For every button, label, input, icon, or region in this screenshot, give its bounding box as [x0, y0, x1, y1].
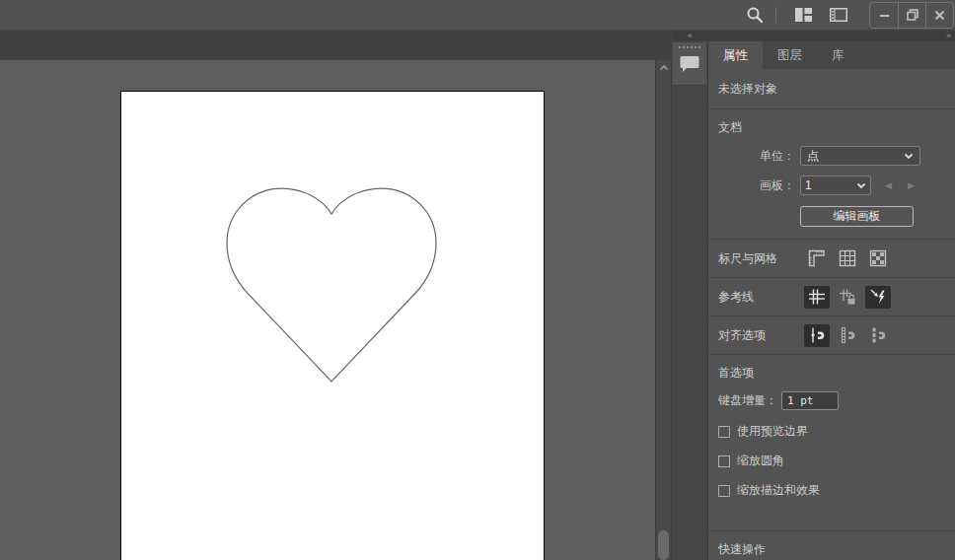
panel-body: 未选择对象 文档 单位： 点 画板： 1: [708, 69, 955, 560]
snap-to-pixel-icon[interactable]: [865, 324, 891, 347]
tab-layers[interactable]: 图层: [763, 41, 817, 69]
comment-panel-button[interactable]: [673, 42, 706, 86]
edit-artboards-button[interactable]: 编辑画板: [800, 206, 914, 227]
artboard-label: 画板：: [718, 177, 795, 194]
rulers-grids-label: 标尺与网格: [718, 250, 804, 267]
ruler-corner-icon[interactable]: [804, 247, 830, 270]
keyboard-increment-label: 键盘增量：: [718, 392, 777, 409]
window-controls: [869, 2, 954, 29]
use-preview-bounds-label: 使用预览边界: [737, 423, 808, 440]
grid-icon[interactable]: [835, 247, 860, 270]
quick-actions-title: 快速操作: [718, 541, 945, 558]
comment-bubble-icon: [678, 51, 701, 75]
scroll-up-arrow-icon[interactable]: [656, 63, 671, 72]
application-bar: [0, 0, 955, 31]
artboard-value: 1: [805, 178, 856, 192]
preferences-section-title: 首选项: [718, 365, 945, 382]
checkbox-row: 缩放描边和效果: [718, 482, 945, 499]
guides-row: 参考线: [708, 278, 955, 315]
artboard-dropdown[interactable]: 1: [800, 175, 871, 195]
next-artboard-button[interactable]: ▶: [908, 180, 915, 190]
keyboard-increment-input[interactable]: [781, 391, 839, 410]
tab-properties[interactable]: 属性: [708, 41, 763, 69]
artboard-nav: ◀ ▶: [885, 180, 915, 190]
close-button[interactable]: [925, 3, 953, 28]
main-area: « » 属性 图层 库 未选择对象 文档: [0, 31, 955, 560]
dock-empty-area: [672, 87, 707, 560]
collapse-dock-button[interactable]: «: [672, 31, 707, 41]
selection-status: 未选择对象: [708, 69, 955, 108]
heart-shape[interactable]: [226, 187, 437, 383]
restore-button[interactable]: [898, 3, 925, 28]
rulers-grids-row: 标尺与网格: [708, 240, 955, 277]
quick-actions-section: 快速操作 文档设置 首选项: [708, 531, 955, 560]
scale-corners-label: 缩放圆角: [737, 453, 784, 469]
use-preview-bounds-checkbox[interactable]: [718, 426, 730, 438]
scale-strokes-effects-label: 缩放描边和效果: [737, 482, 820, 499]
properties-panel: » 属性 图层 库 未选择对象 文档 单位： 点: [708, 31, 955, 560]
units-value: 点: [807, 148, 904, 165]
checkbox-row: 缩放圆角: [718, 453, 945, 469]
dock-grip: [679, 46, 700, 48]
expand-panel-button[interactable]: »: [708, 31, 955, 41]
minimize-button[interactable]: [870, 3, 898, 28]
canvas[interactable]: [0, 60, 655, 560]
snap-options-row: 对齐选项: [708, 316, 955, 354]
show-guides-icon[interactable]: [804, 286, 830, 309]
lock-guides-icon[interactable]: [835, 286, 860, 309]
vertical-scrollbar[interactable]: [655, 60, 672, 560]
canvas-column: [0, 31, 672, 560]
panel-dock: «: [672, 31, 708, 560]
chevron-down-icon: [904, 153, 914, 160]
illustrator-window: « » 属性 图层 库 未选择对象 文档: [0, 0, 955, 560]
units-label: 单位：: [718, 148, 795, 165]
units-dropdown[interactable]: 点: [800, 146, 920, 166]
workspace-switcher-icon[interactable]: [790, 2, 816, 28]
artboard-row: 画板： 1 ◀ ▶: [718, 175, 945, 195]
snap-to-grid-icon[interactable]: [835, 324, 860, 347]
tab-libraries[interactable]: 库: [817, 41, 859, 69]
document-section: 文档 单位： 点 画板： 1: [708, 109, 955, 227]
guides-label: 参考线: [718, 289, 804, 306]
document-section-title: 文档: [718, 119, 945, 136]
smart-guides-icon[interactable]: [865, 286, 891, 309]
preferences-section: 首选项 键盘增量： 使用预览边界 缩放圆角 缩: [708, 355, 955, 517]
scrollbar-thumb[interactable]: [658, 530, 669, 560]
transparency-grid-icon[interactable]: [865, 247, 891, 270]
prev-artboard-button[interactable]: ◀: [885, 180, 892, 190]
snap-to-point-icon[interactable]: [804, 324, 830, 347]
snap-options-label: 对齐选项: [718, 327, 804, 344]
search-icon[interactable]: [742, 2, 768, 28]
document-tab-bar[interactable]: [0, 31, 672, 60]
checkbox-row: 使用预览边界: [718, 423, 945, 440]
topbar-divider: [775, 7, 776, 23]
panel-tab-bar: 属性 图层 库: [708, 41, 955, 69]
artboard[interactable]: [120, 91, 545, 560]
scale-strokes-effects-checkbox[interactable]: [718, 485, 730, 497]
scale-corners-checkbox[interactable]: [718, 455, 730, 467]
keyboard-increment-row: 键盘增量：: [718, 391, 945, 410]
units-row: 单位： 点: [718, 146, 945, 166]
chevron-down-icon: [856, 182, 866, 189]
arrange-documents-icon[interactable]: [826, 2, 851, 28]
